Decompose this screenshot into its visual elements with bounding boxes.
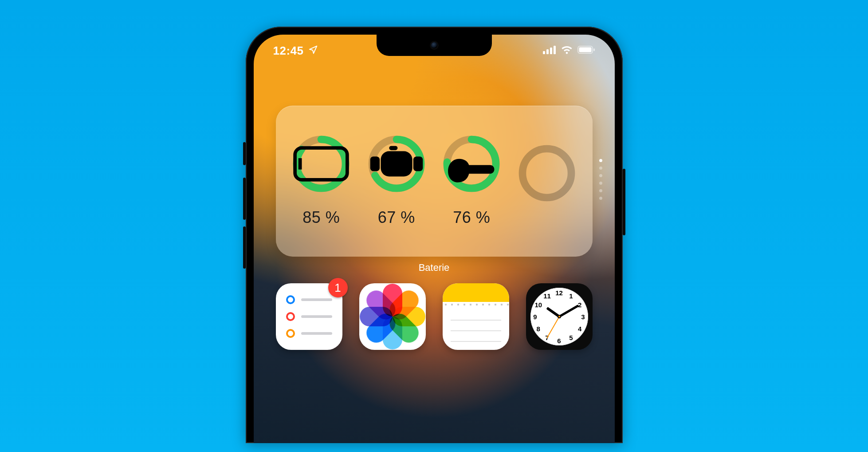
clock-hand [558, 305, 579, 317]
watch-icon [368, 135, 425, 192]
notch [377, 35, 492, 56]
battery-device-empty [509, 145, 585, 218]
battery-ring-iphone [293, 135, 350, 192]
svg-point-21 [522, 149, 571, 198]
pager-dot [599, 182, 602, 185]
clock-numeral: 5 [569, 333, 573, 341]
svg-rect-16 [389, 146, 397, 150]
svg-point-20 [453, 149, 461, 157]
svg-rect-3 [554, 46, 556, 54]
pager-dot [599, 174, 602, 177]
reminders-icon [286, 295, 332, 338]
battery-widget[interactable]: 85 % [276, 106, 593, 257]
clock-numeral: 2 [578, 301, 581, 309]
iphone-screen: 12:45 [254, 35, 615, 443]
svg-rect-14 [370, 156, 379, 171]
app-photos[interactable] [359, 283, 426, 350]
app-reminders-wrap: 1 [276, 283, 342, 350]
pager-dot [599, 159, 602, 162]
cellular-signal-icon [543, 45, 556, 56]
clock-numeral: 8 [537, 325, 540, 333]
battery-ring-airpods [443, 135, 500, 192]
location-arrow-icon [308, 44, 318, 58]
power-button [623, 169, 625, 235]
clock-numeral: 10 [534, 301, 542, 309]
battery-ring-watch [368, 135, 425, 192]
photos-icon [359, 283, 426, 350]
pager-dot [599, 197, 602, 200]
svg-rect-0 [543, 51, 545, 54]
notes-icon [443, 283, 509, 350]
clock-numeral: 4 [578, 325, 581, 333]
app-clock[interactable]: 121234567891011 [526, 283, 593, 350]
battery-percent-airpods: 76 % [453, 208, 490, 227]
clock-hand [546, 317, 560, 338]
iphone-icon [293, 135, 350, 192]
clock-numeral: 3 [581, 313, 585, 321]
status-time: 12:45 [273, 44, 304, 58]
battery-device-airpods: 76 % [434, 135, 510, 227]
clock-numeral: 1 [569, 292, 573, 300]
widget-stack-pager[interactable] [599, 159, 602, 200]
battery-ring-empty [518, 145, 575, 202]
home-app-row: 1 [276, 283, 593, 350]
battery-device-iphone: 85 % [284, 135, 359, 227]
battery-icon [577, 45, 595, 56]
svg-rect-2 [550, 48, 552, 54]
svg-rect-9 [295, 148, 347, 180]
side-button [243, 142, 246, 165]
pager-dot [599, 167, 602, 170]
clock-icon: 121234567891011 [530, 288, 588, 345]
airpods-icon [443, 135, 500, 192]
widget-label: Baterie [254, 262, 615, 274]
svg-rect-15 [413, 156, 423, 171]
clock-numeral: 11 [543, 292, 551, 300]
reminders-badge: 1 [328, 278, 348, 297]
wifi-icon [561, 45, 573, 56]
volume-up-button [243, 178, 246, 220]
svg-rect-13 [381, 151, 412, 177]
clock-numeral: 6 [557, 337, 561, 345]
battery-device-watch: 67 % [359, 135, 434, 227]
clock-numeral: 9 [533, 313, 537, 321]
pager-dot [599, 189, 602, 192]
svg-rect-1 [546, 49, 549, 54]
battery-percent-iphone: 85 % [302, 208, 340, 227]
battery-percent-watch: 67 % [378, 208, 415, 227]
svg-rect-5 [579, 48, 591, 52]
svg-rect-6 [593, 48, 595, 51]
clock-numeral: 12 [555, 289, 563, 297]
app-notes[interactable] [443, 283, 509, 350]
volume-down-button [243, 226, 246, 269]
svg-point-19 [448, 144, 465, 161]
iphone-frame: 12:45 [246, 27, 623, 443]
